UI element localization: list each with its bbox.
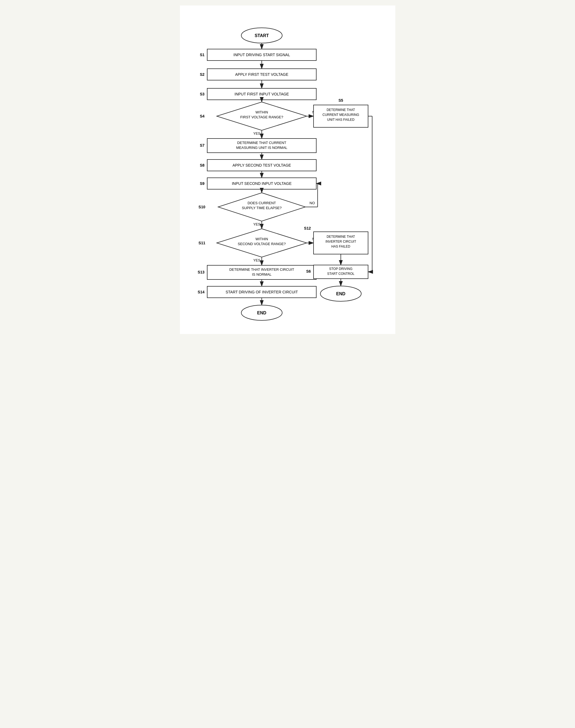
start-label: START (255, 33, 269, 38)
s4-yes: YES (253, 131, 260, 135)
end1-label: END (257, 310, 266, 315)
s7-t2: MEASURING UNIT IS NORMAL (236, 145, 288, 150)
s12-step: S12 (304, 226, 311, 230)
s10-t1: DOES CURRENT (247, 201, 276, 205)
s6-t2: START CONTROL (327, 272, 354, 276)
s14-text: START DRIVING OF INVERTER CIRCUIT (226, 290, 298, 294)
flowchart-svg: STARTS1INPUT DRIVING START SIGNALS2APPLY… (185, 22, 390, 329)
s8-step: S8 (200, 163, 204, 167)
s12-t2: INVERTER CIRCUIT (325, 240, 356, 243)
s9-step: S9 (200, 181, 204, 186)
s7-t1: DETERMINE THAT CURRENT (237, 141, 286, 145)
s3-step: S3 (200, 92, 204, 96)
s6-t1: STOP DRIVING (329, 267, 352, 271)
s13-t1: DETERMINE THAT INVERTER CIRCUIT (229, 267, 294, 271)
s4-t2: FIRST VOLTAGE RANGE? (240, 115, 283, 119)
s4-step: S4 (200, 114, 204, 118)
s2-step: S2 (200, 72, 204, 77)
s10-no: NO (309, 201, 315, 205)
s6-step: S6 (306, 269, 310, 273)
s7-step: S7 (200, 143, 204, 147)
s9-text: INPUT SECOND INPUT VOLTAGE (232, 181, 292, 186)
s8-text: APPLY SECOND TEST VOLTAGE (232, 163, 291, 167)
s13-t2: IS NORMAL (252, 272, 272, 276)
s10-step: S10 (199, 205, 205, 209)
s1-step: S1 (200, 53, 204, 57)
s2-text: APPLY FIRST TEST VOLTAGE (235, 72, 288, 77)
s11-t2: SECOND VOLTAGE RANGE? (238, 242, 286, 246)
s5-t2: CURRENT MEASURING (322, 113, 359, 117)
s3-text: INPUT FIRST INPUT VOLTAGE (234, 92, 289, 96)
s10-t2: SUPPLY TIME ELAPSE? (242, 206, 282, 210)
page: STARTS1INPUT DRIVING START SIGNALS2APPLY… (180, 5, 395, 334)
s1-text: INPUT DRIVING START SIGNAL (233, 53, 290, 57)
s11-step: S11 (199, 241, 205, 245)
s10-yes: YES (253, 222, 260, 226)
s14-step: S14 (198, 290, 204, 294)
end2-label: END (336, 292, 345, 296)
s11-t1: WITHIN (255, 237, 268, 241)
s12-t1: DETERMINE THAT (326, 235, 355, 239)
s5-t3: UNIT HAS FAILED (327, 118, 354, 122)
flowchart-container: STARTS1INPUT DRIVING START SIGNALS2APPLY… (185, 22, 390, 329)
s11-yes: YES (253, 258, 260, 262)
s12-t3: HAS FAILED (331, 244, 350, 249)
s5-step: S5 (338, 98, 343, 102)
s4-t1: WITHIN (255, 110, 268, 114)
s13-step: S13 (198, 270, 204, 274)
s5-t1: DETERMINE THAT (326, 108, 355, 112)
